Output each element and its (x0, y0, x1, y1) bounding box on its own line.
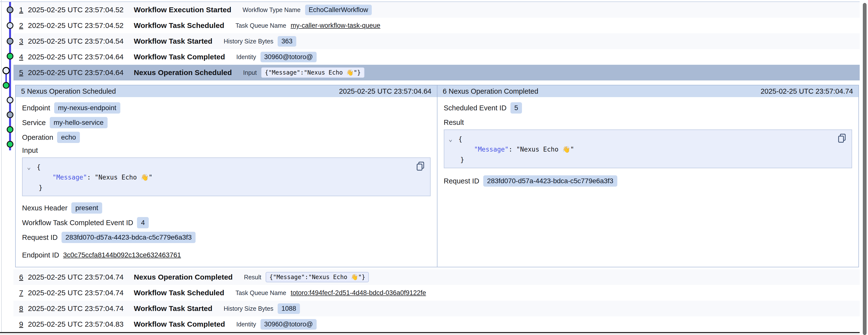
event-row-9[interactable]: 9 2025-02-25 UTC 23:57:04.83 Workflow Ta… (13, 316, 860, 332)
event-id-link[interactable]: 3 (19, 37, 28, 45)
field-label: Workflow Task Completed Event ID (22, 219, 133, 227)
detail-badge: 1088 (278, 303, 300, 314)
json-line: } (444, 155, 852, 165)
input-section-label: Input (22, 145, 431, 155)
endpoint-id-link[interactable]: 3c0c75ccfa8144b092c13ce632463761 (63, 251, 181, 259)
detail-badge: 30960@totoro@ (260, 52, 317, 62)
workflow-history-view: 1 2025-02-25 UTC 23:57:04.52 Workflow Ex… (0, 0, 868, 335)
detail-code-badge: {"Message":"Nexus Echo 👋"} (261, 67, 364, 78)
event-id-link[interactable]: 7 (19, 289, 28, 297)
json-key: "Message" (53, 174, 87, 181)
detail-badge: 30960@totoro@ (260, 319, 317, 330)
event-timestamp: 2025-02-25 UTC 23:57:04.64 (28, 68, 134, 77)
copy-icon (837, 133, 848, 144)
event-detail-panels: 5 Nexus Operation Scheduled 2025-02-25 U… (15, 85, 859, 267)
field-request-id: Request ID 283fd070-d57a-4423-bdca-c5c77… (22, 230, 431, 245)
copy-icon (415, 161, 426, 172)
scrollbar-thumb[interactable] (863, 3, 867, 335)
event-timestamp: 2025-02-25 UTC 23:57:04.54 (28, 37, 134, 45)
panel-title: 5 Nexus Operation Scheduled (21, 87, 116, 95)
json-line: { (23, 162, 430, 172)
timeline-dot-4[interactable] (7, 53, 13, 59)
event-id-link[interactable]: 9 (19, 320, 28, 328)
timeline-dot-9[interactable] (7, 127, 13, 133)
field-label: Endpoint (22, 104, 50, 112)
field-request-id: Request ID 283fd070-d57a-4423-bdca-c5c77… (444, 174, 852, 188)
json-value: "Nexus Echo 👋" (95, 174, 152, 181)
timeline-dot-5[interactable] (3, 67, 9, 74)
event-row-2[interactable]: 2 2025-02-25 UTC 23:57:04.52 Workflow Ta… (13, 18, 860, 33)
detail-label: Input (243, 69, 257, 76)
field-badge: my-hello-service (50, 117, 107, 128)
collapse-chevron-icon[interactable]: ⌄ (27, 163, 31, 171)
field-label: Endpoint ID (22, 251, 59, 259)
field-label: Operation (22, 133, 53, 141)
copy-button[interactable] (415, 161, 426, 172)
field-nexus-header: Nexus Header present (22, 201, 431, 215)
event-timestamp: 2025-02-25 UTC 23:57:04.74 (28, 273, 134, 281)
field-label: Request ID (444, 177, 479, 185)
field-badge: echo (57, 132, 80, 143)
event-id-link[interactable]: 6 (19, 273, 28, 281)
event-id-link[interactable]: 4 (19, 53, 28, 61)
event-row-5[interactable]: 5 2025-02-25 UTC 23:57:04.64 Nexus Opera… (13, 65, 860, 80)
panel-nexus-operation-scheduled: 5 Nexus Operation Scheduled 2025-02-25 U… (16, 85, 437, 267)
panel-body: Endpoint my-nexus-endpoint Service my-he… (16, 97, 437, 267)
event-timestamp: 2025-02-25 UTC 23:57:04.52 (28, 6, 134, 14)
workflow-timeline (0, 0, 13, 157)
event-name: Workflow Task Completed (134, 320, 225, 328)
field-wft-completed-event-id: Workflow Task Completed Event ID 4 (22, 215, 431, 230)
json-line: "Message": "Nexus Echo 👋" (23, 172, 430, 183)
event-name: Workflow Task Scheduled (134, 289, 224, 297)
timeline-dot-2[interactable] (7, 23, 13, 28)
json-line: } (23, 183, 430, 193)
detail-badge: EchoCallerWorkflow (305, 5, 372, 15)
json-line: { (444, 134, 852, 144)
timeline-dot-3[interactable] (7, 38, 13, 44)
timeline-dot-10[interactable] (7, 141, 13, 147)
panel-timestamp: 2025-02-25 UTC 23:57:04.74 (761, 87, 853, 95)
task-queue-link[interactable]: totoro:f494fecf-2d51-4d48-bdcd-036a0f912… (291, 289, 426, 297)
panel-header: 6 Nexus Operation Completed 2025-02-25 U… (437, 85, 859, 97)
event-name: Workflow Task Scheduled (134, 21, 224, 30)
event-row-4[interactable]: 4 2025-02-25 UTC 23:57:04.64 Workflow Ta… (13, 49, 860, 65)
field-endpoint: Endpoint my-nexus-endpoint (22, 101, 431, 115)
event-timestamp: 2025-02-25 UTC 23:57:04.74 (28, 304, 134, 313)
event-row-8[interactable]: 8 2025-02-25 UTC 23:57:04.74 Workflow Ta… (13, 301, 860, 316)
json-key: "Message" (474, 146, 509, 153)
event-id-link[interactable]: 1 (19, 6, 28, 14)
timeline-dot-6[interactable] (3, 82, 9, 88)
detail-label: Result (244, 274, 261, 281)
viewport-bottom-strip (0, 333, 860, 335)
detail-label: Task Queue Name (236, 289, 286, 297)
vertical-scrollbar[interactable] (860, 0, 868, 335)
panel-nexus-operation-completed: 6 Nexus Operation Completed 2025-02-25 U… (437, 85, 859, 267)
timeline-dot-8[interactable] (7, 112, 13, 118)
event-name: Workflow Execution Started (134, 6, 231, 14)
event-timestamp: 2025-02-25 UTC 23:57:04.74 (28, 289, 134, 297)
field-scheduled-event-id: Scheduled Event ID 5 (444, 101, 852, 115)
event-id-link[interactable]: 2 (19, 21, 28, 30)
field-badge: 4 (137, 217, 149, 228)
timeline-dot-7[interactable] (7, 97, 13, 103)
field-label: Scheduled Event ID (444, 104, 506, 112)
json-line: "Message": "Nexus Echo 👋" (444, 144, 852, 155)
event-row-3[interactable]: 3 2025-02-25 UTC 23:57:04.54 Workflow Ta… (13, 33, 860, 49)
event-timestamp: 2025-02-25 UTC 23:57:04.64 (28, 53, 134, 61)
copy-button[interactable] (837, 133, 848, 144)
event-name: Workflow Task Completed (134, 53, 225, 61)
panel-title: 6 Nexus Operation Completed (443, 87, 538, 95)
collapse-chevron-icon[interactable]: ⌄ (449, 135, 453, 143)
event-row-6[interactable]: 6 2025-02-25 UTC 23:57:04.74 Nexus Opera… (13, 269, 860, 285)
event-timestamp: 2025-02-25 UTC 23:57:04.83 (28, 320, 134, 328)
task-queue-link[interactable]: my-caller-workflow-task-queue (291, 22, 380, 29)
json-viewer-input: ⌄ { "Message": "Nexus Echo 👋" } (22, 158, 431, 196)
event-row-1[interactable]: 1 2025-02-25 UTC 23:57:04.52 Workflow Ex… (13, 2, 860, 18)
timeline-dot-1[interactable] (7, 7, 13, 13)
event-id-link[interactable]: 8 (19, 304, 28, 313)
event-id-link[interactable]: 5 (19, 68, 28, 77)
event-row-7[interactable]: 7 2025-02-25 UTC 23:57:04.74 Workflow Ta… (13, 285, 860, 301)
field-operation: Operation echo (22, 130, 431, 145)
json-viewer-result: ⌄ { "Message": "Nexus Echo 👋" } (444, 130, 852, 168)
field-label: Request ID (22, 233, 58, 242)
